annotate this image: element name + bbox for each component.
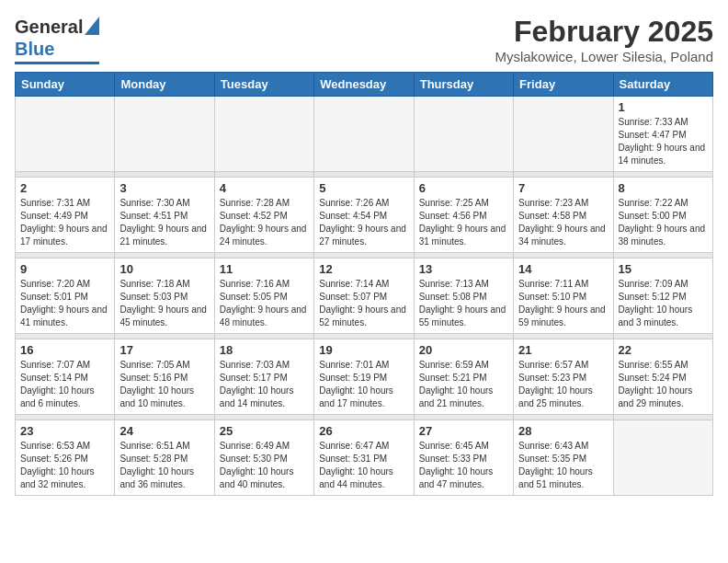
table-row: 8Sunrise: 7:22 AMSunset: 5:00 PMDaylight…	[613, 178, 712, 253]
day-number: 19	[319, 343, 408, 357]
day-info: Sunrise: 6:49 AMSunset: 5:30 PMDaylight:…	[220, 440, 309, 491]
day-info: Sunrise: 7:20 AMSunset: 5:01 PMDaylight:…	[20, 278, 109, 329]
table-row: 15Sunrise: 7:09 AMSunset: 5:12 PMDayligh…	[613, 259, 712, 334]
calendar-week-1: 1Sunrise: 7:33 AMSunset: 4:47 PMDaylight…	[16, 97, 713, 172]
col-wednesday: Wednesday	[314, 73, 414, 97]
calendar-week-4: 16Sunrise: 7:07 AMSunset: 5:14 PMDayligh…	[16, 339, 713, 415]
day-info: Sunrise: 7:01 AMSunset: 5:19 PMDaylight:…	[319, 359, 408, 410]
day-info: Sunrise: 7:25 AMSunset: 4:56 PMDaylight:…	[419, 197, 508, 248]
table-row	[16, 97, 115, 172]
day-info: Sunrise: 7:13 AMSunset: 5:08 PMDaylight:…	[419, 278, 508, 329]
day-info: Sunrise: 7:05 AMSunset: 5:16 PMDaylight:…	[119, 359, 209, 410]
svg-marker-0	[85, 17, 99, 35]
day-info: Sunrise: 6:55 AMSunset: 5:24 PMDaylight:…	[619, 359, 708, 410]
table-row: 27Sunrise: 6:45 AMSunset: 5:33 PMDayligh…	[414, 420, 513, 496]
table-row: 24Sunrise: 6:51 AMSunset: 5:28 PMDayligh…	[115, 420, 214, 496]
day-info: Sunrise: 7:33 AMSunset: 4:47 PMDaylight:…	[619, 116, 708, 167]
day-number: 14	[518, 262, 608, 276]
calendar-week-5: 23Sunrise: 6:53 AMSunset: 5:26 PMDayligh…	[16, 420, 713, 496]
day-number: 12	[319, 262, 408, 276]
day-info: Sunrise: 7:23 AMSunset: 4:58 PMDaylight:…	[518, 197, 608, 248]
logo-triangle-icon	[85, 17, 99, 35]
table-row: 21Sunrise: 6:57 AMSunset: 5:23 PMDayligh…	[514, 339, 613, 415]
table-row: 13Sunrise: 7:13 AMSunset: 5:08 PMDayligh…	[414, 259, 513, 334]
logo-underline	[15, 62, 99, 64]
day-number: 22	[619, 343, 708, 357]
table-row: 26Sunrise: 6:47 AMSunset: 5:31 PMDayligh…	[314, 420, 414, 496]
table-row: 12Sunrise: 7:14 AMSunset: 5:07 PMDayligh…	[314, 259, 414, 334]
day-number: 13	[419, 262, 508, 276]
table-row	[613, 420, 712, 496]
calendar-table: Sunday Monday Tuesday Wednesday Thursday…	[15, 72, 713, 496]
day-info: Sunrise: 7:30 AMSunset: 4:51 PMDaylight:…	[119, 197, 209, 248]
col-friday: Friday	[514, 73, 613, 97]
calendar-week-2: 2Sunrise: 7:31 AMSunset: 4:49 PMDaylight…	[16, 178, 713, 253]
day-info: Sunrise: 7:28 AMSunset: 4:52 PMDaylight:…	[220, 197, 309, 248]
day-number: 2	[20, 181, 109, 195]
day-number: 6	[419, 181, 508, 195]
col-sunday: Sunday	[16, 73, 115, 97]
table-row: 2Sunrise: 7:31 AMSunset: 4:49 PMDaylight…	[16, 178, 115, 253]
table-row	[115, 97, 214, 172]
day-number: 17	[119, 343, 209, 357]
day-info: Sunrise: 6:57 AMSunset: 5:23 PMDaylight:…	[518, 359, 608, 410]
table-row: 16Sunrise: 7:07 AMSunset: 5:14 PMDayligh…	[16, 339, 115, 415]
day-number: 1	[619, 100, 708, 114]
table-row	[214, 97, 313, 172]
table-row: 25Sunrise: 6:49 AMSunset: 5:30 PMDayligh…	[214, 420, 313, 496]
table-row	[414, 97, 513, 172]
calendar-title: February 2025	[495, 15, 713, 49]
table-row	[514, 97, 613, 172]
table-row: 14Sunrise: 7:11 AMSunset: 5:10 PMDayligh…	[514, 259, 613, 334]
day-number: 10	[119, 262, 209, 276]
table-row: 3Sunrise: 7:30 AMSunset: 4:51 PMDaylight…	[115, 178, 214, 253]
logo-text-general: General	[15, 17, 83, 38]
day-info: Sunrise: 7:31 AMSunset: 4:49 PMDaylight:…	[20, 197, 109, 248]
table-row: 11Sunrise: 7:16 AMSunset: 5:05 PMDayligh…	[214, 259, 313, 334]
logo: General Blue	[15, 15, 99, 64]
day-number: 9	[20, 262, 109, 276]
table-row: 22Sunrise: 6:55 AMSunset: 5:24 PMDayligh…	[613, 339, 712, 415]
day-number: 7	[518, 181, 608, 195]
day-info: Sunrise: 6:47 AMSunset: 5:31 PMDaylight:…	[319, 440, 408, 491]
table-row: 1Sunrise: 7:33 AMSunset: 4:47 PMDaylight…	[613, 97, 712, 172]
day-info: Sunrise: 7:03 AMSunset: 5:17 PMDaylight:…	[220, 359, 309, 410]
day-number: 20	[419, 343, 508, 357]
col-thursday: Thursday	[414, 73, 513, 97]
day-number: 25	[220, 424, 309, 438]
day-info: Sunrise: 6:43 AMSunset: 5:35 PMDaylight:…	[518, 440, 608, 491]
table-row: 10Sunrise: 7:18 AMSunset: 5:03 PMDayligh…	[115, 259, 214, 334]
day-info: Sunrise: 7:09 AMSunset: 5:12 PMDaylight:…	[619, 278, 708, 329]
logo-text-blue: Blue	[15, 39, 54, 60]
table-row: 23Sunrise: 6:53 AMSunset: 5:26 PMDayligh…	[16, 420, 115, 496]
day-info: Sunrise: 7:22 AMSunset: 5:00 PMDaylight:…	[619, 197, 708, 248]
day-info: Sunrise: 7:16 AMSunset: 5:05 PMDaylight:…	[220, 278, 309, 329]
table-row: 28Sunrise: 6:43 AMSunset: 5:35 PMDayligh…	[514, 420, 613, 496]
table-row	[314, 97, 414, 172]
page-header: General Blue February 2025 Myslakowice, …	[15, 15, 713, 64]
col-saturday: Saturday	[613, 73, 712, 97]
day-number: 8	[619, 181, 708, 195]
table-row: 6Sunrise: 7:25 AMSunset: 4:56 PMDaylight…	[414, 178, 513, 253]
day-number: 15	[619, 262, 708, 276]
table-row: 9Sunrise: 7:20 AMSunset: 5:01 PMDaylight…	[16, 259, 115, 334]
day-number: 27	[419, 424, 508, 438]
table-row: 19Sunrise: 7:01 AMSunset: 5:19 PMDayligh…	[314, 339, 414, 415]
day-number: 16	[20, 343, 109, 357]
calendar-week-3: 9Sunrise: 7:20 AMSunset: 5:01 PMDaylight…	[16, 259, 713, 334]
day-number: 4	[220, 181, 309, 195]
calendar-subtitle: Myslakowice, Lower Silesia, Poland	[495, 49, 713, 64]
day-number: 26	[319, 424, 408, 438]
day-number: 23	[20, 424, 109, 438]
table-row: 4Sunrise: 7:28 AMSunset: 4:52 PMDaylight…	[214, 178, 313, 253]
title-area: February 2025 Myslakowice, Lower Silesia…	[495, 15, 713, 64]
day-info: Sunrise: 6:51 AMSunset: 5:28 PMDaylight:…	[119, 440, 209, 491]
table-row: 18Sunrise: 7:03 AMSunset: 5:17 PMDayligh…	[214, 339, 313, 415]
day-info: Sunrise: 6:53 AMSunset: 5:26 PMDaylight:…	[20, 440, 109, 491]
day-info: Sunrise: 7:14 AMSunset: 5:07 PMDaylight:…	[319, 278, 408, 329]
day-number: 3	[119, 181, 209, 195]
table-row: 5Sunrise: 7:26 AMSunset: 4:54 PMDaylight…	[314, 178, 414, 253]
table-row: 7Sunrise: 7:23 AMSunset: 4:58 PMDaylight…	[514, 178, 613, 253]
day-number: 5	[319, 181, 408, 195]
day-number: 28	[518, 424, 608, 438]
